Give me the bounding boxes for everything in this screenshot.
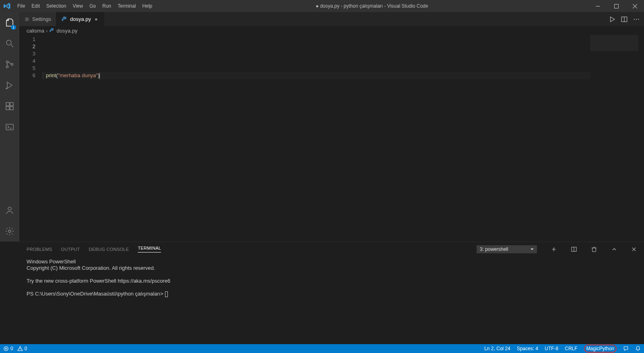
svg-point-15 xyxy=(27,18,28,19)
menu-view[interactable]: View xyxy=(69,0,86,12)
maximize-panel-icon[interactable] xyxy=(611,246,617,252)
svg-point-3 xyxy=(6,61,8,63)
window-controls xyxy=(588,0,644,12)
python-file-icon xyxy=(61,16,68,23)
svg-point-21 xyxy=(638,18,639,19)
bottom-panel: PROBLEMS OUTPUT DEBUG CONSOLE TERMINAL 3… xyxy=(19,242,644,344)
svg-point-2 xyxy=(6,40,11,45)
status-bar: 0 0 Ln 2, Col 24 Spaces: 4 UTF-8 CRLF Ma… xyxy=(0,344,644,353)
svg-point-5 xyxy=(11,64,13,66)
settings-icon[interactable] xyxy=(0,225,19,238)
more-actions-icon[interactable] xyxy=(633,16,640,23)
run-file-icon[interactable] xyxy=(609,16,616,23)
terminal-selector[interactable]: 3: powershell xyxy=(477,245,537,253)
panel-tab-output[interactable]: OUTPUT xyxy=(61,247,80,252)
maximize-button[interactable] xyxy=(607,0,625,12)
chevron-right-icon: › xyxy=(46,28,47,34)
menu-bar: File Edit Selection View Go Run Terminal… xyxy=(14,0,155,12)
menu-help[interactable]: Help xyxy=(139,0,156,12)
close-panel-icon[interactable] xyxy=(631,246,637,252)
settings-tab-icon xyxy=(24,16,30,22)
new-terminal-icon[interactable] xyxy=(551,246,557,252)
split-terminal-icon[interactable] xyxy=(571,246,577,252)
line-gutter: 1 2 3 4 5 6 xyxy=(19,35,43,242)
code-editor[interactable]: 1 2 3 4 5 6 print("merhaba dunya") xyxy=(19,35,644,242)
tab-bar: Settings dosya.py ● xyxy=(19,12,644,26)
svg-rect-11 xyxy=(6,124,13,130)
svg-point-6 xyxy=(6,88,7,89)
menu-run[interactable]: Run xyxy=(99,0,114,12)
svg-rect-9 xyxy=(6,107,9,110)
explorer-badge: 1 xyxy=(11,25,16,30)
explorer-icon[interactable]: 1 xyxy=(0,16,19,29)
svg-point-20 xyxy=(636,18,637,19)
svg-point-13 xyxy=(8,230,11,232)
accounts-icon[interactable] xyxy=(0,204,19,217)
panel-tab-debug-console[interactable]: DEBUG CONSOLE xyxy=(89,247,129,252)
svg-point-16 xyxy=(26,20,27,21)
svg-point-19 xyxy=(634,18,635,19)
minimize-button[interactable] xyxy=(588,0,607,12)
activity-bar: 1 xyxy=(0,12,19,242)
status-eol[interactable]: CRLF xyxy=(561,344,580,353)
panel-tab-problems[interactable]: PROBLEMS xyxy=(27,247,52,252)
menu-go[interactable]: Go xyxy=(86,0,99,12)
tab-settings[interactable]: Settings xyxy=(19,12,56,26)
svg-point-17 xyxy=(63,17,64,17)
menu-file[interactable]: File xyxy=(14,0,28,12)
svg-rect-7 xyxy=(6,103,9,106)
powershell-ext-icon[interactable] xyxy=(0,121,19,133)
panel-tab-terminal[interactable]: TERMINAL xyxy=(138,246,161,252)
status-encoding[interactable]: UTF-8 xyxy=(541,344,561,353)
status-errors[interactable]: 0 0 xyxy=(0,344,30,353)
editor-actions xyxy=(605,12,644,26)
breadcrumb[interactable]: calisma › dosya.py xyxy=(19,26,644,35)
status-notifications-icon[interactable] xyxy=(632,344,644,353)
svg-point-12 xyxy=(8,207,11,210)
extensions-icon[interactable] xyxy=(0,100,19,113)
svg-rect-8 xyxy=(10,103,13,106)
menu-selection[interactable]: Selection xyxy=(43,0,69,12)
title-bar: File Edit Selection View Go Run Terminal… xyxy=(0,0,644,12)
svg-rect-0 xyxy=(596,6,600,6)
status-language-mode[interactable]: MagicPython xyxy=(581,344,620,353)
status-cursor-position[interactable]: Ln 2, Col 24 xyxy=(481,344,514,353)
status-indentation[interactable]: Spaces: 4 xyxy=(514,344,541,353)
menu-terminal[interactable]: Terminal xyxy=(114,0,139,12)
tab-dirty-indicator[interactable]: ● xyxy=(93,16,99,22)
vertical-scrollbar[interactable] xyxy=(638,35,644,242)
svg-point-14 xyxy=(26,17,27,18)
terminal-output[interactable]: Windows PowerShell Copyright (C) Microso… xyxy=(19,256,644,344)
minimap[interactable] xyxy=(590,35,638,242)
source-control-icon[interactable] xyxy=(0,58,19,71)
tab-dosya-label: dosya.py xyxy=(70,16,91,22)
terminal-cursor xyxy=(165,291,168,297)
tab-dosya-py[interactable]: dosya.py ● xyxy=(56,12,104,26)
text-cursor xyxy=(99,73,100,79)
search-icon[interactable] xyxy=(0,37,19,50)
editor-area: Settings dosya.py ● calisma › dosya.py 1 xyxy=(19,12,644,242)
vscode-logo-icon xyxy=(0,2,14,10)
menu-edit[interactable]: Edit xyxy=(28,0,43,12)
status-feedback-icon[interactable] xyxy=(620,344,632,353)
svg-rect-1 xyxy=(614,4,618,8)
panel-tabs: PROBLEMS OUTPUT DEBUG CONSOLE TERMINAL 3… xyxy=(19,242,644,256)
split-editor-icon[interactable] xyxy=(621,16,628,23)
run-debug-icon[interactable] xyxy=(0,79,19,92)
python-file-icon xyxy=(49,28,55,33)
svg-point-4 xyxy=(6,66,8,68)
tab-settings-label: Settings xyxy=(32,16,51,22)
kill-terminal-icon[interactable] xyxy=(591,246,597,252)
code-content[interactable]: print("merhaba dunya") xyxy=(43,35,590,242)
breadcrumb-folder[interactable]: calisma xyxy=(27,28,44,34)
window-title: ● dosya.py - python çalışmaları - Visual… xyxy=(155,3,588,9)
close-button[interactable] xyxy=(625,0,644,12)
breadcrumb-file[interactable]: dosya.py xyxy=(56,28,77,34)
svg-rect-10 xyxy=(10,107,13,110)
